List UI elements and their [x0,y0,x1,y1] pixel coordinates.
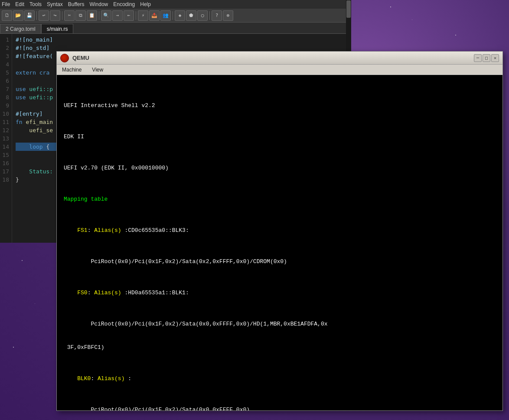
qemu-window: QEMU ─ □ ✕ Machine View UEFI Interactive… [56,51,503,411]
copy-button[interactable]: ⧉ [75,10,86,21]
editor-toolbar: 🗋 📂 💾 ↩ ↪ ✂ ⧉ 📋 🔍 → ← ⚡ 📤 👥 ◈ ⬟ ◯ ? ⊗ [0,9,351,23]
menu-window[interactable]: Window [90,1,108,7]
undo-button[interactable]: ↩ [39,10,49,21]
qemu-menubar: Machine View [57,65,502,75]
extra-btn-2[interactable]: 📤 [149,10,160,21]
qemu-title-buttons: ─ □ ✕ [474,54,499,62]
qemu-title: QEMU [72,55,89,61]
toolbar-sep-5 [173,11,173,20]
line-numbers: 1 2 3 4 5 6 7 8 9 10 11 12 13 14 15 16 1… [0,34,12,243]
qemu-close-button[interactable]: ✕ [491,54,499,62]
terminal-line-2: EDK II [64,133,496,141]
qemu-menu-machine[interactable]: Machine [60,66,83,74]
extra-btn-1[interactable]: ⚡ [138,10,148,21]
menu-syntax[interactable]: Syntax [47,1,63,7]
terminal-line-8: PciRoot(0x0)/Pci(0x1F,0x2)/Sata(0x0,0xFF… [64,320,496,328]
terminal-line-10: PciRoot(0x0)/Pci(0x1F,0x2)/Sata(0x0,0xFF… [64,406,496,410]
toolbar-sep-2 [62,11,62,20]
nav-forward-button[interactable]: → [112,10,123,21]
redo-button[interactable]: ↪ [50,10,60,21]
menu-tools[interactable]: Tools [29,1,42,7]
terminal-line-8b: 3F,0xFBFC1) [64,344,496,352]
terminal-line-7: FS0: Alias(s) :HD0a65535a1::BLK1: [64,289,496,297]
menu-buffers[interactable]: Buffers [68,1,85,7]
new-button[interactable]: 🗋 [2,10,12,21]
menu-encoding[interactable]: Encoding [113,1,135,7]
menu-edit[interactable]: Edit [15,1,24,7]
extra-btn-5[interactable]: ⬟ [186,10,196,21]
menu-file[interactable]: File [2,1,10,7]
extra-btn-6[interactable]: ◯ [197,10,208,21]
nav-back-button[interactable]: ← [124,10,134,21]
qemu-title-left: QEMU [60,54,89,62]
terminal-line-5: FS1: Alias(s) :CD0c65535a0::BLK3: [64,227,496,234]
toolbar-sep-3 [99,11,99,20]
extra-btn-4[interactable]: ◈ [175,10,185,21]
menu-help[interactable]: Help [140,1,151,7]
search-button[interactable]: 🔍 [101,10,111,21]
toolbar-sep-4 [136,11,136,20]
qemu-titlebar: QEMU ─ □ ✕ [57,52,502,65]
paste-button[interactable]: 📋 [87,10,97,21]
qemu-maximize-button[interactable]: □ [483,54,490,62]
tab-cargo[interactable]: 2 Cargo.toml [0,24,41,33]
qemu-screen[interactable]: UEFI Interactive Shell v2.2 EDK II UEFI … [57,75,502,410]
open-button[interactable]: 📂 [13,10,23,21]
code-line-1: #![no_main] [16,36,348,44]
qemu-minimize-button[interactable]: ─ [474,54,482,62]
extra-btn-3[interactable]: 👥 [160,10,171,21]
cut-button[interactable]: ✂ [64,10,75,21]
terminal-line-6: PciRoot(0x0)/Pci(0x1F,0x2)/Sata(0x2,0xFF… [64,258,496,266]
editor-tabs: 2 Cargo.toml s/main.rs [0,23,351,34]
terminal-line-3: UEFI v2.70 (EDK II, 0x00010000) [64,164,496,172]
qemu-logo-icon [60,54,69,62]
terminal-output: UEFI Interactive Shell v2.2 EDK II UEFI … [64,78,496,410]
stop-button[interactable]: ⊗ [223,10,233,21]
tab-main-rs[interactable]: s/main.rs [41,24,74,33]
toolbar-sep-6 [209,11,210,20]
help-button[interactable]: ? [212,10,222,21]
editor-menubar: File Edit Tools Syntax Buffers Window En… [0,0,351,9]
terminal-line-9: BLK0: Alias(s) : [64,375,496,383]
qemu-menu-view[interactable]: View [90,66,105,74]
terminal-line-4: Mapping table [64,195,496,203]
terminal-line-1: UEFI Interactive Shell v2.2 [64,102,496,110]
toolbar-sep-1 [36,11,37,20]
save-button[interactable]: 💾 [24,10,35,21]
